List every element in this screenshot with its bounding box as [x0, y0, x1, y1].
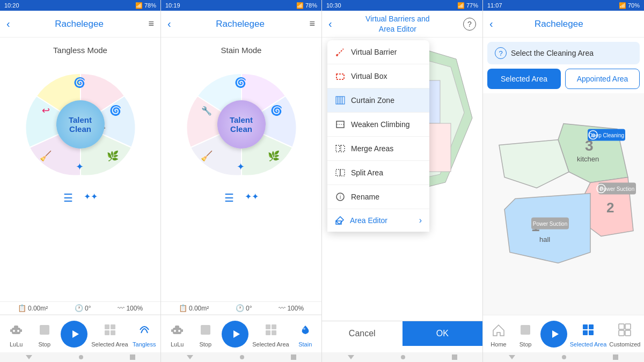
selected-area-label-4: Selected Area [570, 341, 607, 348]
nav-play-4[interactable] [540, 321, 567, 348]
header-1: ‹ Rachelegee ≡ [0, 11, 160, 38]
nav-lulu-1[interactable]: LuLu [4, 320, 28, 348]
angle-value-2: 0° [246, 305, 252, 312]
nav-play-2[interactable] [222, 321, 248, 348]
selected-area-button[interactable]: Selected Area [487, 69, 561, 89]
nav-stain-2[interactable]: Stain [293, 320, 317, 348]
recent-indicator-2 [291, 354, 296, 360]
lulu-label-2: LuLu [171, 341, 184, 348]
area-value-1: 0.00m² [28, 305, 48, 312]
area-buttons: Selected Area Appointed Area [483, 69, 644, 93]
nav-customized-4[interactable]: Customized [609, 320, 640, 348]
circle-center-1[interactable]: TalentClean [56, 100, 105, 149]
stain-icon [296, 320, 315, 339]
svg-rect-32 [201, 325, 210, 335]
back-button-2[interactable]: ‹ [167, 18, 171, 30]
circle-label-1: TalentClean [69, 115, 92, 134]
svg-rect-87 [619, 330, 624, 336]
svg-rect-13 [20, 329, 22, 332]
circle-center-2[interactable]: TalentClean [217, 100, 266, 149]
nav-lulu-2[interactable]: LuLu [165, 320, 189, 348]
nav-stop-4[interactable]: Stop [514, 320, 538, 348]
menu-item-rename[interactable]: i Rename [327, 185, 429, 209]
menu-item-curtain-zone[interactable]: Curtain Zone [327, 88, 429, 113]
area-editor-row[interactable]: Area Editor › [327, 209, 429, 232]
wave-icon: 〰 [118, 304, 125, 312]
svg-text:hall: hall [539, 235, 550, 243]
nav-stop-2[interactable]: Stop [193, 320, 217, 348]
battery-icon: 78% [144, 2, 156, 9]
dropdown-menu: Virtual Barrier Virtual Box Curtain Zone [327, 40, 429, 232]
svg-rect-86 [625, 324, 631, 329]
nav-play-1[interactable] [61, 321, 87, 348]
circular-menu-2: 🌀 🌀 🌿 ✦ 🧹 🔧 TalentClean [182, 65, 301, 183]
svg-rect-88 [625, 330, 631, 336]
custom-icon [615, 320, 634, 339]
back-button-4[interactable]: ‹ [489, 18, 493, 30]
svg-rect-19 [111, 330, 115, 335]
svg-point-11 [17, 330, 19, 332]
menu-button-2[interactable]: ≡ [309, 18, 315, 29]
menu-item-merge-areas[interactable]: Merge Areas [327, 137, 429, 161]
stat-angle-1: 🕐 0° [75, 304, 91, 312]
stain-label-2: Stain [298, 341, 312, 348]
control-lines-icon[interactable]: ☰ [63, 191, 73, 204]
menu-item-virtual-box[interactable]: Virtual Box [327, 64, 429, 88]
svg-point-29 [178, 330, 180, 332]
play-button-4[interactable] [540, 321, 567, 348]
back-button-3[interactable]: ‹ [328, 18, 332, 30]
area-editor-label: Area Editor [350, 216, 387, 225]
svg-rect-30 [171, 329, 173, 332]
cancel-button[interactable]: Cancel [322, 321, 402, 346]
map4: 3 kitchen Deep Cleaning 2 Power Suction … [483, 93, 644, 315]
stop-icon-1 [35, 320, 54, 339]
svg-text:↩: ↩ [41, 105, 49, 116]
play-button-2[interactable] [222, 321, 248, 348]
panel3-title: Virtual Barriers and Area Editor [332, 14, 463, 33]
panel-cleaning-area: 11:07 📶 70% ‹ Rachelegee ? Select the Cl… [483, 0, 644, 362]
grid-icon-4 [579, 320, 598, 339]
stat-power-2: 〰 100% [279, 304, 304, 312]
nav-home-4[interactable]: Home [487, 320, 511, 348]
nav-tangless-1[interactable]: Tangless [132, 320, 156, 348]
ok-button[interactable]: OK [402, 321, 483, 346]
svg-point-44 [336, 54, 338, 56]
nav-selected-area-4[interactable]: Selected Area [570, 320, 607, 348]
nav-selected-area-1[interactable]: Selected Area [91, 320, 128, 348]
svg-rect-46 [336, 97, 345, 104]
nav-selected-area-2[interactable]: Selected Area [252, 320, 289, 348]
recent-indicator-1 [130, 354, 135, 360]
menu-item-virtual-barrier[interactable]: Virtual Barrier [327, 40, 429, 64]
home-label-4: Home [491, 341, 506, 348]
battery-icon-2: 78% [305, 2, 317, 9]
split-label: Split Area [351, 168, 383, 177]
lulu-label-1: LuLu [10, 341, 23, 348]
area-value-2: 0.00m² [189, 305, 209, 312]
svg-text:🌿: 🌿 [107, 150, 119, 162]
svg-rect-36 [266, 330, 270, 335]
play-button-1[interactable] [61, 321, 87, 348]
barrier-icon [335, 47, 346, 57]
menu-button-1[interactable]: ≡ [148, 18, 154, 29]
chevron-right-icon: › [419, 216, 422, 225]
svg-marker-15 [72, 330, 79, 338]
svg-text:🌿: 🌿 [268, 150, 280, 162]
menu-item-split-area[interactable]: Split Area [327, 161, 429, 185]
svg-rect-84 [589, 330, 594, 335]
nav-stop-1[interactable]: Stop [32, 320, 56, 348]
control-lines-icon-2[interactable]: ☰ [224, 191, 234, 204]
panel-virtual-barriers: 10:30 📶 77% ‹ Virtual Barriers and Area … [322, 0, 483, 362]
bottom-bar-3 [322, 352, 482, 362]
svg-text:kitchen: kitchen [577, 155, 599, 163]
header-2: ‹ Rachelegee ≡ [161, 11, 321, 38]
clock-icon: 🕐 [75, 304, 83, 312]
back-button-1[interactable]: ‹ [6, 18, 10, 30]
status-icons-2: 📶 78% [296, 2, 317, 9]
panel1-title: Rachelegee [10, 19, 149, 29]
tangless-label-1: Tangless [133, 341, 156, 348]
rename-icon: i [335, 191, 346, 202]
help-button-3[interactable]: ? [463, 18, 476, 31]
menu-item-weaken-climbing[interactable]: Weaken Climbing [327, 113, 429, 137]
selected-area-label-1: Selected Area [91, 341, 128, 348]
appointed-area-button[interactable]: Appointed Area [565, 69, 640, 89]
